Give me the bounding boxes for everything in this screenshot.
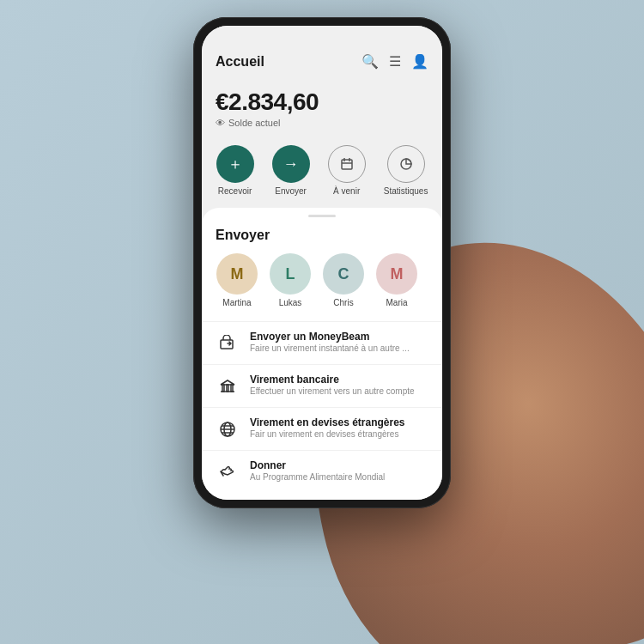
action-envoyer[interactable]: → Envoyer [272, 145, 310, 196]
envoyer-label: Envoyer [275, 186, 307, 196]
notch [202, 26, 442, 50]
profile-icon[interactable]: 👤 [411, 53, 428, 70]
devises-text: Virement en devises étrangères Fair un v… [250, 416, 428, 439]
svg-rect-0 [342, 160, 352, 169]
sheet-handle [308, 215, 336, 217]
avenir-circle [328, 145, 366, 183]
action-avenir[interactable]: À venir [328, 145, 366, 196]
devises-desc: Fair un virement en devises étrangères [250, 429, 428, 439]
avatar-martina: M [216, 253, 258, 295]
balance-label-text: Solde actuel [228, 118, 281, 128]
moneybeam-icon [216, 331, 240, 355]
virement-text: Virement bancaire Effectuer un virement … [250, 374, 428, 396]
avatar-chris: C [323, 253, 364, 295]
contact-name-martina: Martina [222, 298, 251, 307]
contact-chris[interactable]: C Chris [322, 253, 365, 307]
balance-section: €2.834,60 👁 Solde actuel [202, 85, 442, 138]
balance-label: 👁 Solde actuel [216, 118, 428, 128]
contacts-row: M Martina L Lukas C Chris [202, 253, 442, 321]
menu-item-devises[interactable]: Virement en devises étrangères Fair un v… [202, 407, 442, 450]
menu-icon[interactable]: ☰ [389, 53, 401, 70]
contact-martina[interactable]: M Martina [216, 253, 258, 307]
recevoir-label: Recevoir [218, 186, 252, 196]
svg-rect-9 [227, 385, 228, 392]
menu-item-moneybeam[interactable]: Envoyer un MoneyBeam Faire un virement i… [202, 321, 442, 364]
contact-name-chris: Chris [333, 298, 353, 307]
contact-name-lukas: Lukas [279, 298, 302, 307]
contact-maria[interactable]: M Maria [375, 253, 418, 307]
stats-label: Statistiques [384, 186, 428, 196]
avatar-maria: M [376, 253, 417, 295]
balance-amount: €2.834,60 [216, 88, 428, 116]
phone-device: Accueil 🔍 ☰ 👤 €2.834,60 👁 Solde actuel [193, 17, 451, 508]
donner-desc: Au Programme Alimentaire Mondial [250, 472, 428, 482]
action-buttons: ＋ Recevoir → Envoyer [202, 138, 442, 208]
svg-rect-10 [231, 385, 233, 392]
moneybeam-desc: Faire un virement instantané à un autre … [250, 343, 428, 353]
devises-icon [216, 417, 240, 441]
avatar-lukas: L [270, 253, 311, 295]
moneybeam-text: Envoyer un MoneyBeam Faire un virement i… [250, 331, 428, 353]
donner-title: Donner [250, 459, 428, 471]
envoyer-circle: → [272, 145, 310, 183]
virement-desc: Effectuer un virement vers un autre comp… [250, 386, 428, 396]
app-header: Accueil 🔍 ☰ 👤 [202, 50, 442, 85]
devises-title: Virement en devises étrangères [250, 416, 428, 428]
virement-title: Virement bancaire [250, 374, 428, 386]
search-icon[interactable]: 🔍 [361, 53, 379, 70]
action-recevoir[interactable]: ＋ Recevoir [216, 145, 254, 196]
contact-name-maria: Maria [386, 298, 407, 307]
avenir-label: À venir [333, 186, 360, 196]
phone-wrapper: Accueil 🔍 ☰ 👤 €2.834,60 👁 Solde actuel [193, 17, 451, 508]
eye-icon: 👁 [216, 118, 225, 128]
menu-item-virement[interactable]: Virement bancaire Effectuer un virement … [202, 364, 442, 407]
stats-circle [387, 145, 425, 183]
contact-lukas[interactable]: L Lukas [269, 253, 312, 307]
app-title: Accueil [216, 54, 264, 70]
sheet-title: Envoyer [202, 228, 442, 253]
phone-screen: Accueil 🔍 ☰ 👤 €2.834,60 👁 Solde actuel [202, 26, 442, 500]
virement-icon [216, 374, 240, 398]
app-nav: Accueil 🔍 ☰ 👤 [216, 53, 428, 70]
recevoir-circle: ＋ [216, 145, 254, 183]
bottom-sheet: Envoyer M Martina L Lukas [202, 208, 442, 500]
donner-text: Donner Au Programme Alimentaire Mondial [250, 459, 428, 482]
nav-icons: 🔍 ☰ 👤 [361, 53, 428, 70]
menu-items: Envoyer un MoneyBeam Faire un virement i… [202, 321, 442, 500]
donner-icon [216, 460, 240, 484]
menu-item-donner[interactable]: Donner Au Programme Alimentaire Mondial [202, 450, 442, 493]
action-stats[interactable]: Statistiques [384, 145, 428, 196]
svg-rect-8 [222, 385, 224, 392]
moneybeam-title: Envoyer un MoneyBeam [250, 331, 428, 343]
